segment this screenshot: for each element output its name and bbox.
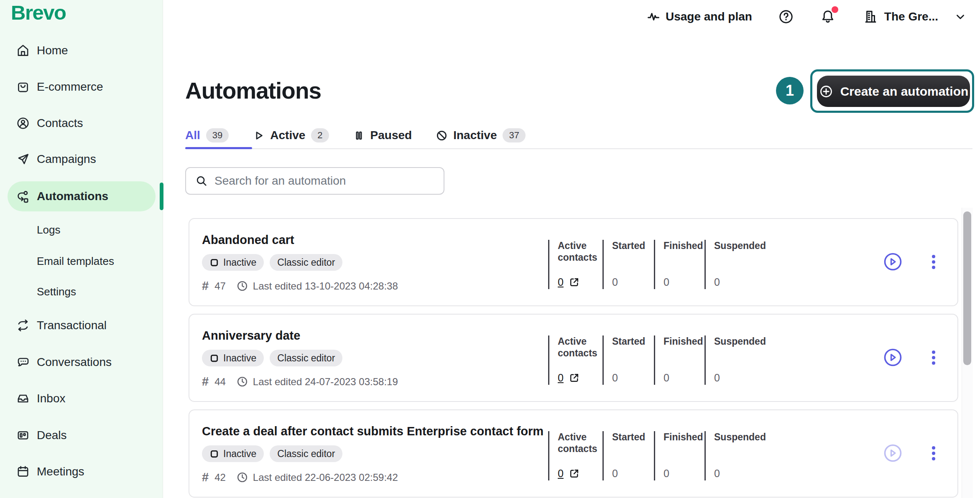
- tab-paused-label: Paused: [370, 129, 412, 142]
- search-input[interactable]: [214, 174, 434, 188]
- stat-header: Suspended: [714, 431, 788, 443]
- stats-block: Active contacts 0 Started 0 Finished 0 S…: [548, 431, 788, 480]
- inbox-icon: [16, 391, 30, 406]
- campaigns-icon: [16, 152, 30, 166]
- activate-play-button-disabled: [883, 443, 903, 463]
- sidebar-item-ecommerce[interactable]: E-commerce: [8, 72, 156, 102]
- notifications-button[interactable]: [820, 9, 836, 25]
- badges-row: Inactive Classic editor: [202, 254, 342, 271]
- pause-icon: [353, 130, 365, 141]
- sidebar-item-deals[interactable]: Deals: [8, 420, 156, 450]
- search-icon: [195, 175, 208, 187]
- external-link-icon: [569, 468, 580, 479]
- usage-and-plan-link[interactable]: Usage and plan: [647, 10, 752, 23]
- sidebar-item-automations[interactable]: Automations: [8, 181, 156, 211]
- automation-number: 44: [214, 376, 226, 388]
- sidebar-item-email-templates[interactable]: Email templates: [8, 246, 156, 276]
- hash-icon: #: [202, 279, 209, 293]
- stat-value: 0: [612, 276, 654, 289]
- page-title: Automations: [185, 77, 321, 104]
- more-actions-button[interactable]: [927, 445, 940, 462]
- stop-square-icon: [209, 353, 219, 363]
- sidebar-item-transactional[interactable]: Transactional: [8, 310, 156, 340]
- activate-play-button[interactable]: [883, 252, 903, 272]
- tab-all[interactable]: All 39: [185, 128, 229, 142]
- stop-square-icon: [209, 258, 219, 267]
- account-menu[interactable]: The Gre...: [863, 9, 966, 25]
- more-actions-button[interactable]: [927, 253, 940, 271]
- top-bar: Usage and plan The Gre...: [647, 4, 966, 29]
- help-button[interactable]: [778, 9, 794, 25]
- contacts-icon: [16, 116, 30, 130]
- create-automation-button[interactable]: Create an automation: [817, 76, 970, 107]
- stat-header: Active contacts: [558, 240, 602, 263]
- scrollbar-thumb[interactable]: [963, 211, 971, 365]
- automation-card[interactable]: Anniversary date Inactive Classic editor…: [189, 314, 958, 402]
- sidebar-item-campaigns[interactable]: Campaigns: [8, 144, 156, 174]
- sidebar-item-logs[interactable]: Logs: [8, 215, 156, 245]
- external-link-icon: [569, 372, 580, 384]
- create-automation-label: Create an automation: [840, 84, 969, 99]
- ecommerce-icon: [16, 80, 30, 94]
- automation-title[interactable]: Create a deal after contact submits Ente…: [202, 424, 544, 438]
- tab-paused[interactable]: Paused: [353, 129, 412, 142]
- automation-card[interactable]: Create a deal after contact submits Ente…: [189, 409, 958, 498]
- sidebar-item-meetings[interactable]: Meetings: [8, 457, 156, 487]
- chevron-down-icon: [955, 11, 966, 22]
- meetings-icon: [16, 465, 30, 479]
- tabs-divider: [185, 148, 972, 149]
- tab-bar: All 39 Active 2 Paused Inactive 37: [185, 123, 526, 148]
- stat-value: 0: [664, 276, 704, 289]
- active-contacts-link[interactable]: 0: [558, 276, 564, 288]
- sidebar-item-inbox[interactable]: Inbox: [8, 384, 156, 414]
- more-actions-button[interactable]: [927, 349, 940, 366]
- activate-play-button[interactable]: [883, 348, 903, 367]
- scrollbar-track: [962, 208, 973, 498]
- external-link-icon: [569, 277, 580, 288]
- stat-value: 0: [612, 468, 654, 480]
- stat-value: 0: [714, 468, 788, 480]
- stat-header: Suspended: [714, 335, 788, 347]
- building-icon: [863, 9, 878, 25]
- brevo-logo[interactable]: Brevo: [11, 1, 66, 24]
- automation-card[interactable]: Abandoned cart Inactive Classic editor #…: [189, 218, 958, 306]
- stop-square-icon: [209, 449, 219, 459]
- sidebar-item-label: Home: [37, 44, 68, 57]
- automation-list: Abandoned cart Inactive Classic editor #…: [189, 218, 958, 498]
- hash-icon: #: [202, 375, 209, 389]
- automation-title[interactable]: Anniversary date: [202, 329, 300, 343]
- last-edited-label: Last edited 22-06-2023 02:59:42: [253, 472, 398, 483]
- sidebar-item-contacts[interactable]: Contacts: [8, 108, 156, 138]
- sidebar-item-label: Contacts: [37, 117, 83, 130]
- tab-active-count: 2: [311, 128, 329, 142]
- stat-header: Finished: [664, 335, 704, 347]
- automation-number: 42: [214, 472, 226, 483]
- notification-dot: [832, 6, 838, 13]
- sidebar-item-label: Settings: [37, 285, 76, 298]
- tab-inactive-label: Inactive: [453, 129, 497, 142]
- sidebar-item-label: Automations: [37, 190, 108, 203]
- tab-inactive[interactable]: Inactive 37: [436, 128, 526, 142]
- editor-badge: Classic editor: [270, 445, 342, 462]
- active-contacts-link[interactable]: 0: [558, 372, 564, 384]
- meta-row: # 47 Last edited 13-10-2023 04:28:38: [202, 279, 398, 293]
- hash-icon: #: [202, 470, 209, 484]
- meta-row: # 44 Last edited 24-07-2023 03:58:19: [202, 375, 398, 389]
- stat-header: Active contacts: [558, 335, 602, 359]
- sidebar-item-conversations[interactable]: Conversations: [8, 347, 156, 377]
- editor-badge: Classic editor: [270, 254, 342, 271]
- tab-active[interactable]: Active 2: [253, 128, 329, 142]
- automation-title[interactable]: Abandoned cart: [202, 233, 294, 247]
- clock-icon: [237, 280, 248, 292]
- stat-value: 0: [714, 372, 788, 385]
- stat-value: 0: [714, 276, 788, 289]
- sidebar-item-home[interactable]: Home: [8, 36, 156, 66]
- sidebar-item-label: Transactional: [37, 319, 107, 332]
- meta-row: # 42 Last edited 22-06-2023 02:59:42: [202, 470, 398, 484]
- sidebar-item-label: Inbox: [37, 392, 66, 405]
- last-edited-label: Last edited 13-10-2023 04:28:38: [253, 280, 398, 292]
- sidebar-item-label: E-commerce: [37, 80, 103, 94]
- sidebar-item-settings[interactable]: Settings: [8, 277, 156, 307]
- stat-header: Started: [612, 335, 654, 347]
- active-contacts-link[interactable]: 0: [558, 468, 564, 480]
